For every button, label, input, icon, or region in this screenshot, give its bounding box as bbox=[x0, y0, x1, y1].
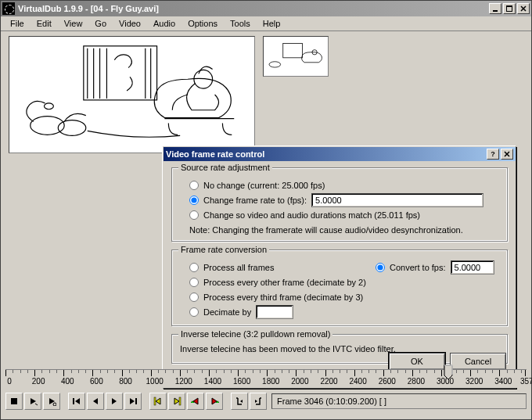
transport-toolbar: Frame 3046 (0:10:09.200) [ ] bbox=[5, 391, 527, 411]
note-desync: Note: Changing the framerate will cause … bbox=[189, 225, 499, 235]
radio-convert-fps-label: Convert to fps: bbox=[390, 263, 446, 272]
svg-rect-17 bbox=[154, 397, 156, 405]
menu-audio[interactable]: Audio bbox=[147, 17, 182, 30]
menu-options[interactable]: Options bbox=[182, 17, 224, 30]
group-inverse-telecine-legend: Inverse telecine (3:2 pulldown removal) bbox=[178, 329, 332, 339]
timeline-tick: 600 bbox=[92, 370, 93, 376]
close-button[interactable] bbox=[517, 3, 530, 14]
output-video-pane[interactable] bbox=[263, 36, 329, 77]
radio-match-durations[interactable] bbox=[189, 210, 199, 220]
svg-rect-0 bbox=[493, 10, 498, 12]
input-change-fps[interactable] bbox=[311, 193, 483, 207]
cancel-button[interactable]: Cancel bbox=[450, 353, 506, 370]
menu-help[interactable]: Help bbox=[257, 17, 287, 30]
timeline-tick: 2800 bbox=[412, 370, 413, 376]
menu-edit[interactable]: Edit bbox=[31, 17, 58, 30]
group-framerate-conversion-legend: Frame rate conversion bbox=[178, 245, 269, 254]
next-drop-button[interactable] bbox=[206, 393, 223, 410]
timeline-tick: 200 bbox=[34, 370, 35, 376]
timeline-tick: 1800 bbox=[267, 370, 268, 376]
maximize-button[interactable] bbox=[503, 3, 516, 14]
radio-match-durations-label: Change so video and audio durations matc… bbox=[203, 210, 420, 220]
prev-drop-button[interactable] bbox=[187, 393, 204, 410]
dialog-titlebar[interactable]: Video frame rate control ? bbox=[164, 147, 516, 161]
video-frame-sketch bbox=[9, 37, 254, 153]
timeline-tick: 2200 bbox=[325, 370, 326, 376]
dialog-help-button[interactable]: ? bbox=[487, 149, 499, 160]
timeline-ruler[interactable]: 0200400600800100012001400160018002000220… bbox=[5, 369, 527, 388]
menu-bar: File Edit View Go Video Audio Options To… bbox=[1, 16, 531, 31]
radio-no-change-label: No change (current: 25.000 fps) bbox=[203, 181, 325, 190]
mark-out-button[interactable] bbox=[250, 393, 267, 410]
timeline-tick: 2400 bbox=[354, 370, 355, 376]
svg-rect-2 bbox=[506, 5, 512, 7]
timeline-tick: 3200 bbox=[470, 370, 471, 376]
mark-in-button[interactable] bbox=[231, 393, 248, 410]
svg-rect-15 bbox=[73, 398, 74, 404]
radio-process-all[interactable] bbox=[189, 263, 199, 272]
timeline-tick: 2600 bbox=[383, 370, 384, 376]
input-decimate-by[interactable] bbox=[256, 305, 293, 319]
timeline-tick: 400 bbox=[63, 370, 64, 376]
radio-decimate-3[interactable] bbox=[189, 293, 199, 302]
timeline-tick: 3576 bbox=[525, 370, 526, 376]
ok-button[interactable]: OK bbox=[389, 353, 445, 370]
next-frame-button[interactable] bbox=[106, 393, 123, 410]
radio-decimate-by-label: Decimate by bbox=[203, 307, 251, 317]
timeline-tick: 1600 bbox=[238, 370, 239, 376]
timeline-tick: 3000 bbox=[441, 370, 442, 376]
app-icon bbox=[2, 2, 15, 15]
radio-decimate-2-label: Process every other frame (decimate by 2… bbox=[203, 278, 366, 287]
timeline-tick: 1000 bbox=[151, 370, 152, 376]
goto-start-button[interactable] bbox=[68, 393, 85, 410]
menu-file[interactable]: File bbox=[4, 17, 31, 30]
menu-view[interactable]: View bbox=[58, 17, 89, 30]
next-keyframe-button[interactable] bbox=[168, 393, 185, 410]
radio-process-all-label: Process all frames bbox=[203, 263, 274, 272]
input-convert-fps[interactable] bbox=[451, 260, 494, 275]
group-framerate-conversion: Frame rate conversion Process all frames… bbox=[171, 249, 508, 326]
minimize-button[interactable] bbox=[489, 3, 501, 14]
main-window: VirtualDub 1.9.9 - [04 - Fly Guy.avi] Fi… bbox=[0, 0, 532, 420]
radio-no-change[interactable] bbox=[189, 181, 199, 190]
prev-keyframe-button[interactable] bbox=[149, 393, 167, 410]
window-title: VirtualDub 1.9.9 - [04 - Fly Guy.avi] bbox=[18, 4, 159, 13]
radio-decimate-3-label: Process every third frame (decimate by 3… bbox=[203, 293, 363, 302]
prev-frame-button[interactable] bbox=[87, 393, 104, 410]
svg-rect-13 bbox=[11, 398, 17, 404]
radio-change-fps-label: Change frame rate to (fps): bbox=[203, 196, 307, 205]
timeline-tick: 2000 bbox=[296, 370, 297, 376]
video-frame-sketch-small bbox=[264, 37, 328, 76]
timeline-tick: 1200 bbox=[180, 370, 181, 376]
goto-end-button[interactable] bbox=[124, 393, 142, 410]
dialog-title: Video frame rate control bbox=[166, 149, 264, 159]
radio-convert-fps[interactable] bbox=[376, 263, 385, 272]
timeline-tick: 0 bbox=[5, 370, 6, 376]
stop-button[interactable] bbox=[5, 393, 23, 410]
svg-rect-18 bbox=[179, 397, 181, 405]
framerate-dialog: Video frame rate control ? Source rate a… bbox=[163, 146, 516, 389]
menu-go[interactable]: Go bbox=[88, 17, 113, 30]
frame-status: Frame 3046 (0:10:09.200) [ ] bbox=[271, 393, 527, 409]
svg-rect-16 bbox=[135, 398, 137, 404]
group-source-rate-legend: Source rate adjustment bbox=[178, 163, 272, 172]
play-output-button[interactable] bbox=[43, 393, 60, 410]
titlebar[interactable]: VirtualDub 1.9.9 - [04 - Fly Guy.avi] bbox=[1, 1, 531, 16]
timeline-tick: 1400 bbox=[209, 370, 210, 376]
play-input-button[interactable] bbox=[24, 393, 41, 410]
group-source-rate: Source rate adjustment No change (curren… bbox=[171, 167, 508, 242]
timeline-position-marker[interactable] bbox=[444, 364, 453, 385]
radio-change-fps[interactable] bbox=[189, 196, 199, 205]
content-area: Video frame rate control ? Source rate a… bbox=[1, 31, 531, 418]
radio-decimate-2[interactable] bbox=[189, 278, 199, 287]
timeline-tick: 3400 bbox=[499, 370, 500, 376]
radio-decimate-by[interactable] bbox=[189, 307, 199, 317]
dialog-close-button[interactable] bbox=[501, 149, 513, 160]
timeline-tick: 800 bbox=[122, 370, 123, 376]
svg-point-14 bbox=[53, 403, 56, 406]
menu-video[interactable]: Video bbox=[113, 17, 147, 30]
timeline[interactable]: 0200400600800100012001400160018002000220… bbox=[5, 369, 527, 388]
frame-status-text: Frame 3046 (0:10:09.200) [ ] bbox=[277, 397, 386, 406]
input-video-pane[interactable] bbox=[9, 36, 255, 153]
menu-tools[interactable]: Tools bbox=[224, 17, 257, 30]
